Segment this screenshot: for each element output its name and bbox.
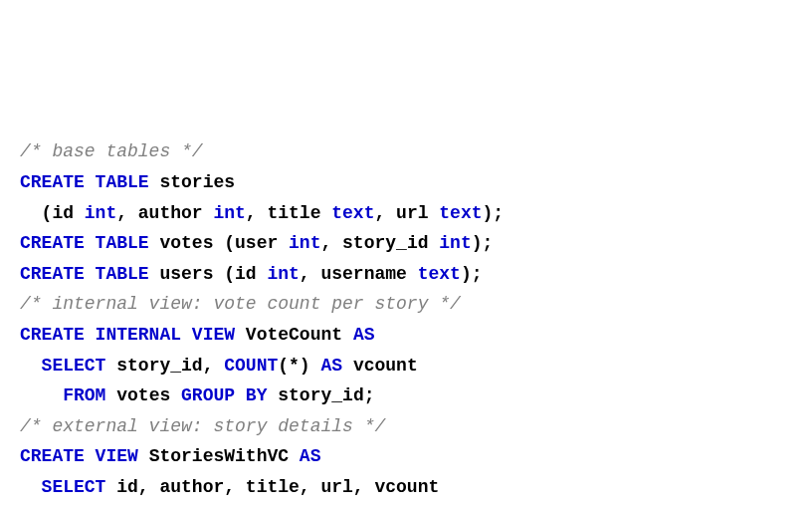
text: votes (user: [149, 233, 289, 253]
keyword: CREATE TABLE: [20, 264, 149, 284]
type: int: [213, 203, 245, 223]
text: , story_id: [320, 233, 439, 253]
comment: /* internal view: vote count per story *…: [20, 294, 461, 314]
keyword: CREATE VIEW: [20, 446, 138, 466]
identifier: stories: [149, 172, 235, 192]
text: );: [483, 203, 505, 223]
text: );: [472, 233, 494, 253]
keyword: COUNT: [224, 356, 278, 376]
text: vcount: [342, 356, 418, 376]
keyword: CREATE INTERNAL VIEW: [20, 325, 235, 345]
text: votes: [105, 385, 181, 405]
text: story_id;: [267, 385, 374, 405]
keyword: CREATE TABLE: [20, 172, 149, 192]
code-line-1: /* base tables */: [20, 136, 792, 167]
text: , username: [300, 264, 418, 284]
keyword: AS: [320, 356, 342, 376]
code-line-5: CREATE TABLE users (id int, username tex…: [20, 259, 792, 290]
type: int: [267, 264, 299, 284]
type: int: [85, 203, 116, 223]
code-line-11: CREATE VIEW StoriesWithVC AS: [20, 441, 792, 472]
type: text: [418, 264, 461, 284]
type: int: [439, 233, 471, 253]
code-line-12: SELECT id, author, title, url, vcount: [20, 472, 792, 503]
code-line-8: SELECT story_id, COUNT(*) AS vcount: [20, 351, 792, 381]
text: users (id: [149, 264, 268, 284]
text: );: [461, 264, 483, 284]
text: (id: [20, 203, 85, 223]
code-line-7: CREATE INTERNAL VIEW VoteCount AS: [20, 320, 792, 351]
keyword: SELECT: [20, 477, 105, 497]
code-line-4: CREATE TABLE votes (user int, story_id i…: [20, 228, 792, 259]
code-line-6: /* internal view: vote count per story *…: [20, 289, 792, 320]
code-line-13: FROM stories: [20, 503, 792, 509]
text: story_id,: [105, 356, 224, 376]
text: (*): [278, 356, 320, 376]
keyword: AS: [353, 325, 375, 345]
code-line-2: CREATE TABLE stories: [20, 167, 792, 198]
type: text: [439, 203, 482, 223]
keyword: AS: [300, 446, 321, 466]
type: int: [289, 233, 320, 253]
text: , author: [116, 203, 213, 223]
comment: /* base tables */: [20, 141, 203, 161]
identifier: VoteCount: [235, 325, 353, 345]
code-block: /* base tables */CREATE TABLE stories (i…: [20, 136, 792, 508]
text: , title: [246, 203, 331, 223]
text: id, author, title, url, vcount: [105, 477, 439, 497]
keyword: SELECT: [20, 356, 105, 376]
keyword: CREATE TABLE: [20, 233, 149, 253]
type: text: [331, 203, 374, 223]
keyword: GROUP BY: [181, 385, 267, 405]
keyword: FROM: [20, 385, 105, 405]
code-line-10: /* external view: story details */: [20, 411, 792, 442]
comment: /* external view: story details */: [20, 416, 385, 436]
code-line-9: FROM votes GROUP BY story_id;: [20, 381, 792, 411]
identifier: StoriesWithVC: [138, 446, 300, 466]
code-line-3: (id int, author int, title text, url tex…: [20, 198, 792, 229]
text: , url: [374, 203, 439, 223]
